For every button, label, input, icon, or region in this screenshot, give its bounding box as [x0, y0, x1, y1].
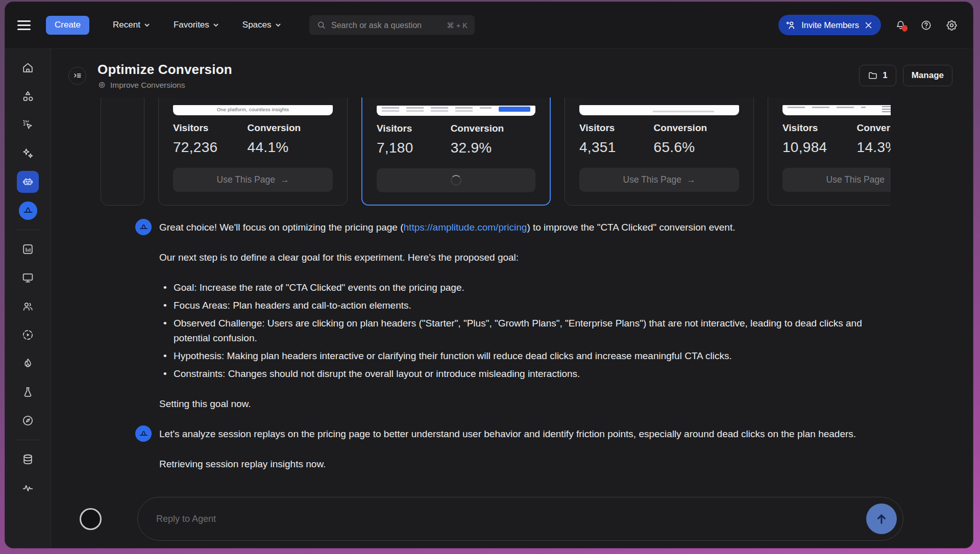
pricing-page-link[interactable]: https://amplitude.com/pricing	[404, 222, 527, 233]
question-circle-icon	[920, 19, 932, 31]
message-paragraph: Retrieving session replay insights now.	[159, 457, 856, 471]
pulse-icon	[21, 482, 34, 494]
manage-button[interactable]: Manage	[903, 65, 952, 86]
reply-input[interactable]	[137, 497, 903, 541]
sidebar-item-charts[interactable]	[17, 238, 39, 260]
bullet-item: Goal: Increase the rate of "CTA Clicked"…	[162, 280, 887, 295]
thumbnail-caption: One platform, countless insights	[173, 107, 333, 112]
notifications-button[interactable]	[895, 19, 906, 31]
search-shortcut: ⌘ + K	[447, 21, 468, 29]
users-icon	[21, 300, 34, 313]
sidebar-item-heatmaps[interactable]	[17, 352, 39, 374]
message-paragraph: Great choice! We'll focus on optimizing …	[159, 220, 887, 235]
sidebar-divider	[17, 230, 39, 230]
message-paragraph: Setting this goal now.	[159, 396, 887, 411]
sidebar-item-experiments[interactable]	[17, 381, 39, 403]
chevron-down-icon	[213, 22, 219, 28]
goal-icon	[97, 81, 106, 89]
home-icon	[21, 61, 34, 74]
use-this-page-button[interactable]: Use This Page →	[579, 168, 739, 192]
visitors-label: Visitors	[579, 122, 654, 134]
page-card-1[interactable]: One platform, countless insights Visitor…	[158, 97, 348, 206]
bullet-item: Focus Areas: Plan headers and call-to-ac…	[162, 298, 887, 313]
search-placeholder: Search or ask a question	[331, 20, 442, 30]
database-icon	[21, 453, 34, 466]
chevron-down-icon	[144, 22, 150, 28]
visitors-value: 10,984	[782, 139, 857, 156]
sidebar	[5, 48, 51, 548]
monitor-icon	[21, 271, 34, 284]
app-window: Create Recent Favorites Spaces Search or…	[5, 2, 973, 548]
close-icon[interactable]	[864, 21, 873, 30]
page-card-2-selected[interactable]: Visitors Conversion 7,180 32.9%	[361, 97, 551, 206]
visitors-value: 4,351	[579, 139, 654, 156]
conversion-label: Conversion	[857, 122, 891, 134]
use-this-page-button-loading[interactable]	[377, 168, 535, 192]
search-icon	[316, 20, 326, 30]
page-card-partial[interactable]	[101, 97, 144, 206]
page-thumbnail	[377, 106, 535, 116]
page-card-carousel[interactable]: One platform, countless insights Visitor…	[101, 97, 891, 206]
status-circle[interactable]	[80, 508, 102, 530]
sidebar-item-agent[interactable]	[17, 171, 39, 193]
settings-button[interactable]	[946, 19, 958, 31]
topbar: Create Recent Favorites Spaces Search or…	[5, 2, 973, 48]
menu-spaces[interactable]: Spaces	[242, 20, 281, 30]
amplitude-logo	[19, 202, 37, 220]
sidebar-item-users[interactable]	[17, 295, 39, 317]
use-this-page-button[interactable]: Use This Page →	[173, 168, 333, 192]
sidebar-item-amplitude[interactable]	[17, 199, 39, 221]
page-thumbnail	[579, 105, 739, 115]
search-input[interactable]: Search or ask a question ⌘ + K	[309, 15, 475, 35]
page-card-3[interactable]: Visitors Conversion 4,351 65.6% Use This…	[565, 97, 754, 206]
visitors-label: Visitors	[782, 122, 857, 134]
shapes-icon	[21, 90, 34, 103]
sparkles-icon	[21, 147, 34, 160]
conversion-label: Conversion	[248, 122, 333, 134]
gear-icon	[946, 19, 958, 31]
menu-recent[interactable]: Recent	[113, 20, 150, 30]
page-card-4[interactable]: Visitors Conversion 10,984 14.3% Use Thi…	[768, 97, 891, 206]
composer-bar	[80, 497, 903, 541]
sidebar-item-data[interactable]	[17, 448, 39, 470]
sidebar-item-discover[interactable]	[17, 410, 39, 432]
collapse-panel-button[interactable]	[68, 67, 86, 85]
sidebar-item-objects[interactable]	[17, 85, 39, 107]
sidebar-item-ai[interactable]	[17, 142, 39, 164]
message-paragraph: Our next step is to define a clear goal …	[159, 250, 887, 265]
visitors-label: Visitors	[377, 123, 451, 134]
visitors-value: 72,236	[173, 139, 248, 156]
message-paragraph: Let's analyze session replays on the pri…	[159, 426, 856, 441]
sidebar-item-dashboards[interactable]	[17, 267, 39, 289]
conversion-value: 44.1%	[248, 139, 333, 156]
conversion-value: 14.3%	[857, 139, 891, 156]
bullet-item: Observed Challenge: Users are clicking o…	[162, 316, 887, 345]
agent-message-1: Great choice! We'll focus on optimizing …	[135, 220, 887, 411]
folder-count-button[interactable]: 1	[859, 65, 896, 86]
goal-bullet-list: Goal: Increase the rate of "CTA Clicked"…	[162, 280, 887, 381]
sidebar-item-events[interactable]	[17, 114, 39, 136]
send-button[interactable]	[866, 503, 897, 534]
sidebar-item-session-replay[interactable]	[17, 324, 39, 346]
page-title: Optimize Conversion	[97, 62, 232, 78]
amplitude-logo-icon	[138, 429, 149, 439]
create-button[interactable]: Create	[46, 16, 89, 35]
menu-favorites[interactable]: Favorites	[174, 20, 219, 30]
use-this-page-button[interactable]: Use This Page →	[782, 168, 891, 192]
main-panel: Optimize Conversion Improve Conversions …	[51, 48, 973, 548]
hamburger-menu-icon[interactable]	[17, 18, 31, 32]
invite-members-button[interactable]: Invite Members	[778, 15, 881, 35]
play-circle-icon	[21, 329, 34, 341]
chevron-down-icon	[275, 22, 281, 28]
arrow-right-icon: →	[890, 174, 891, 185]
amplitude-logo-icon	[138, 222, 149, 233]
folder-icon	[868, 70, 878, 81]
help-button[interactable]	[920, 19, 932, 31]
sidebar-item-activity[interactable]	[17, 477, 39, 499]
arrow-up-icon	[874, 512, 889, 526]
page-subtitle: Improve Conversions	[110, 81, 185, 90]
sidebar-item-home[interactable]	[17, 57, 39, 79]
thumbnail-cta-chip	[499, 107, 530, 112]
conversion-value: 65.6%	[654, 139, 739, 156]
conversion-value: 32.9%	[451, 140, 535, 156]
